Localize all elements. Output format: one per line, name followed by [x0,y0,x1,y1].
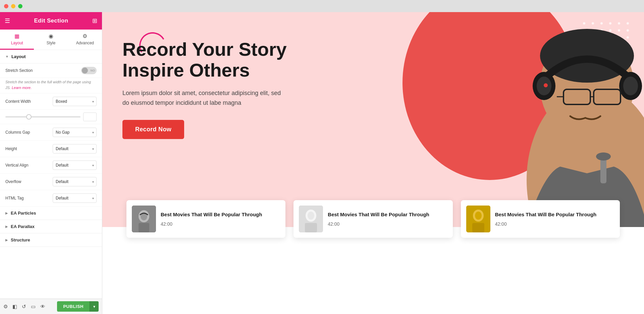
overflow-select[interactable]: Default Hidden [53,177,97,186]
traffic-light-green[interactable] [18,4,22,8]
left-panel: ☰ Edit Section ⊞ ▦ Layout ◉ Style ⚙ Adva… [0,12,102,314]
ea-parallax-section: ▶ EA Parallax [0,220,102,233]
panel-tabs: ▦ Layout ◉ Style ⚙ Advanced [0,30,102,50]
card-thumb-2 [299,206,323,232]
ea-parallax-label: EA Parallax [11,224,35,229]
movie-card-1: Best Movies That Will Be Popular Through… [126,200,285,238]
learn-more-link[interactable]: Learn more. [12,86,32,90]
svg-point-25 [475,212,482,220]
traffic-light-red[interactable] [4,4,8,8]
record-now-button[interactable]: Record Now [122,120,184,139]
layers-icon[interactable]: ◧ [12,304,17,310]
card-time-1: 42:00 [161,221,280,227]
layout-arrow-icon: ▼ [5,55,9,58]
ea-particles-caret-icon: ▶ [5,211,8,215]
vertical-align-select[interactable]: Default Top Middle Bottom [53,161,97,170]
traffic-light-yellow[interactable] [11,4,15,8]
ea-parallax-header[interactable]: ▶ EA Parallax [0,220,102,233]
structure-header[interactable]: ▶ Structure [0,233,102,246]
grid-icon[interactable]: ⊞ [92,17,97,25]
svg-point-21 [308,212,314,220]
hero-body-text: Lorem ipsum dolor sit amet, consectetur … [122,88,283,108]
content-width-select-wrap: Boxed Full Width ▾ [53,97,97,106]
height-select-wrap: Default Fit to Screen Min Height ▾ [53,144,97,153]
tab-layout-label: Layout [11,41,23,45]
card-info-2: Best Movies That Will Be Popular Through… [328,211,447,227]
panel-title: Edit Section [34,17,68,24]
title-bar [0,0,644,12]
html-tag-label: HTML Tag [5,196,49,200]
width-slider[interactable] [5,116,80,118]
history-icon[interactable]: ↺ [22,304,26,310]
slider-value-input[interactable] [83,113,97,121]
hero-person-image [399,12,644,227]
card-info-3: Best Movies That Will Be Popular Through… [495,211,614,227]
panel-header: ☰ Edit Section ⊞ [0,12,102,30]
panel-body: ▼ Layout Stretch Section NO Stretch the … [0,50,102,299]
svg-point-14 [596,152,611,161]
style-tab-icon: ◉ [49,33,53,39]
ea-particles-label: EA Particles [11,211,36,216]
svg-rect-26 [472,223,484,232]
height-row: Height Default Fit to Screen Min Height … [0,141,102,157]
height-label: Height [5,146,49,151]
ea-parallax-caret-icon: ▶ [5,225,8,228]
vertical-align-select-wrap: Default Top Middle Bottom ▾ [53,161,97,170]
height-select[interactable]: Default Fit to Screen Min Height [53,144,97,153]
content-width-select[interactable]: Boxed Full Width [53,97,97,106]
html-tag-row: HTML Tag Default header main footer sect… [0,190,102,207]
card-thumb-3 [466,206,490,232]
vertical-align-label: Vertical Align [5,163,49,168]
columns-gap-row: Columns Gap No Gap Narrow Default Wide ▾ [0,124,102,141]
card-title-3: Best Movies That Will Be Popular Through [495,211,614,218]
columns-gap-select[interactable]: No Gap Narrow Default Wide [53,128,97,137]
toggle-no-label: NO [91,69,95,72]
ea-particles-header[interactable]: ▶ EA Particles [0,207,102,220]
hamburger-icon[interactable]: ☰ [5,17,10,25]
columns-gap-label: Columns Gap [5,130,49,135]
stretch-toggle[interactable]: NO [81,67,97,74]
content-width-row: Content Width Boxed Full Width ▾ [0,93,102,110]
svg-point-6 [544,83,548,87]
card-thumb-1 [132,206,156,232]
card-time-3: 42:00 [495,221,614,227]
slider-container [5,113,97,121]
svg-point-8 [623,77,638,95]
movie-card-2: Best Movies That Will Be Popular Through… [293,200,452,238]
card-title-2: Best Movies That Will Be Popular Through [328,211,447,218]
layout-tab-icon: ▦ [14,33,19,39]
responsive-icon[interactable]: ▭ [31,304,36,310]
preview-icon[interactable]: 👁 [40,304,45,309]
publish-dropdown-button[interactable]: ▾ [90,301,99,312]
html-tag-select-wrap: Default header main footer section ▾ [53,193,97,203]
card-time-2: 42:00 [328,221,447,227]
tab-style[interactable]: ◉ Style [34,30,68,50]
slider-row [0,110,102,124]
svg-rect-18 [139,223,149,232]
settings-icon[interactable]: ⚙ [3,304,8,310]
layout-section-heading[interactable]: ▼ Layout [0,50,102,63]
advanced-tab-icon: ⚙ [83,33,87,39]
vertical-align-row: Vertical Align Default Top Middle Bottom… [0,157,102,174]
tab-advanced[interactable]: ⚙ Advanced [68,30,102,50]
tab-layout[interactable]: ▦ Layout [0,30,34,50]
html-tag-select[interactable]: Default header main footer section [53,193,97,203]
toggle-knob [82,68,88,74]
publish-button[interactable]: PUBLISH [57,301,90,312]
app-body: ☰ Edit Section ⊞ ▦ Layout ◉ Style ⚙ Adva… [0,12,644,314]
structure-section: ▶ Structure [0,233,102,247]
hero-title: Record Your Story Inspire Others [122,39,287,80]
tab-advanced-label: Advanced [76,41,94,45]
overflow-row: Overflow Default Hidden ▾ [0,174,102,190]
stretch-info: Stretch the section to the full width of… [0,78,102,93]
stretch-section-row: Stretch Section NO [0,63,102,78]
ea-particles-section: ▶ EA Particles [0,207,102,220]
layout-section-label: Layout [11,54,26,59]
bottom-bar: ⚙ ◧ ↺ ▭ 👁 PUBLISH ▾ [0,299,102,314]
movie-card-3: Best Movies That Will Be Popular Through… [461,200,620,238]
overflow-label: Overflow [5,179,49,184]
svg-rect-22 [305,223,317,232]
columns-gap-select-wrap: No Gap Narrow Default Wide ▾ [53,128,97,137]
structure-caret-icon: ▶ [5,238,8,242]
overflow-select-wrap: Default Hidden ▾ [53,177,97,186]
